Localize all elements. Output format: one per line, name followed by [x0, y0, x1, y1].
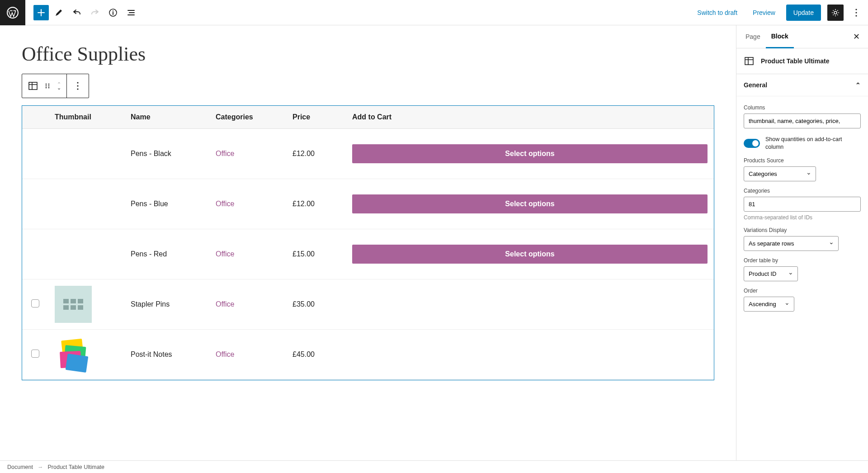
page-title[interactable]: Office Supplies [22, 43, 714, 66]
panel-general-toggle[interactable]: General ⌃ [736, 74, 868, 96]
columns-label: Columns [744, 104, 861, 111]
close-sidebar-button[interactable]: ✕ [849, 32, 864, 42]
categories-label: Categories [744, 188, 861, 194]
product-price: £15.00 [286, 229, 346, 279]
undo-button[interactable] [69, 5, 85, 21]
product-thumbnail[interactable] [55, 236, 92, 273]
product-category-link[interactable]: Office [216, 350, 235, 358]
table-row: Pens - BlueOffice£12.00Select options [22, 179, 714, 229]
block-mover: ⌃ ⌄ [54, 82, 64, 90]
svg-point-9 [46, 85, 47, 87]
product-table-block[interactable]: Thumbnail Name Categories Price Add to C… [22, 105, 714, 380]
update-button[interactable]: Update [786, 5, 821, 21]
col-categories: Categories [209, 106, 286, 129]
wordpress-icon [7, 7, 19, 19]
col-price: Price [286, 106, 346, 129]
orderby-select[interactable]: Product ID [744, 266, 798, 281]
product-name[interactable]: Post-it Notes [124, 330, 209, 380]
svg-point-3 [855, 9, 857, 10]
edit-tool-button[interactable] [51, 5, 67, 21]
switch-to-draft-button[interactable]: Switch to draft [693, 5, 742, 20]
product-thumbnail[interactable] [55, 286, 92, 323]
order-select[interactable]: Ascending [744, 297, 794, 312]
table-row: Stapler PinsOffice£35.00 [22, 279, 714, 330]
tab-page[interactable]: Page [740, 26, 766, 47]
drag-handle[interactable] [42, 77, 53, 95]
undo-icon [72, 8, 81, 17]
svg-point-11 [46, 87, 47, 89]
quantities-toggle[interactable] [744, 139, 760, 148]
plus-icon [37, 8, 46, 17]
breadcrumb-current[interactable]: Product Table Ultimate [47, 464, 104, 470]
sidebar-tabs: Page Block ✕ [736, 25, 868, 48]
block-type-button[interactable] [25, 77, 41, 95]
source-label: Products Source [744, 157, 861, 164]
svg-rect-16 [745, 57, 753, 65]
table-icon [28, 81, 38, 91]
close-icon: ✕ [853, 32, 860, 41]
svg-point-13 [77, 82, 78, 83]
preview-button[interactable]: Preview [748, 5, 780, 20]
product-price: £12.00 [286, 129, 346, 179]
table-row: Pens - BlackOffice£12.00Select options [22, 129, 714, 179]
outline-button[interactable] [123, 5, 139, 21]
product-thumbnail[interactable] [55, 336, 92, 373]
product-thumbnail[interactable] [55, 185, 92, 222]
add-block-button[interactable] [33, 5, 49, 20]
tab-block[interactable]: Block [766, 25, 794, 48]
product-thumbnail[interactable] [55, 135, 92, 172]
redo-icon [90, 8, 99, 17]
product-price: £12.00 [286, 179, 346, 229]
info-button[interactable] [105, 5, 121, 21]
move-down-button[interactable]: ⌄ [54, 86, 64, 90]
categories-input[interactable] [744, 197, 861, 212]
col-thumbnail: Thumbnail [48, 106, 124, 129]
row-checkbox[interactable] [31, 350, 39, 358]
product-category-link[interactable]: Office [216, 300, 235, 308]
info-icon [108, 8, 118, 17]
outline-icon [127, 8, 136, 17]
select-options-button[interactable]: Select options [352, 245, 708, 264]
breadcrumb-root[interactable]: Document [7, 464, 33, 470]
product-price: £35.00 [286, 279, 346, 330]
svg-point-8 [48, 84, 50, 85]
settings-toggle-button[interactable] [827, 5, 844, 21]
product-category-link[interactable]: Office [216, 200, 235, 208]
product-category-link[interactable]: Office [216, 250, 235, 258]
drag-icon [44, 83, 51, 89]
block-more-button[interactable] [70, 77, 86, 95]
wordpress-logo-button[interactable] [0, 0, 25, 25]
table-row: Post-it NotesOffice£45.00 [22, 330, 714, 380]
variations-label: Variations Display [744, 227, 861, 233]
product-category-link[interactable]: Office [216, 150, 235, 157]
toolbar-right: Switch to draft Preview Update [693, 5, 868, 21]
source-select[interactable]: Categories [744, 166, 816, 181]
col-name: Name [124, 106, 209, 129]
more-options-button[interactable] [850, 5, 863, 21]
quantities-toggle-label: Show quantities on add-to-cart column [765, 136, 861, 151]
svg-point-12 [48, 87, 50, 89]
product-name[interactable]: Pens - Black [124, 129, 209, 179]
redo-button[interactable] [87, 5, 103, 21]
product-name[interactable]: Pens - Blue [124, 179, 209, 229]
product-name[interactable]: Pens - Red [124, 229, 209, 279]
settings-sidebar: Page Block ✕ Product Table Ultimate Gene… [736, 25, 868, 460]
svg-point-5 [855, 15, 857, 16]
svg-point-7 [46, 84, 47, 85]
svg-point-14 [77, 85, 78, 86]
kebab-icon [855, 9, 857, 17]
categories-help: Comma-separated list of IDs [744, 214, 861, 221]
columns-input[interactable] [744, 114, 861, 128]
block-name-label: Product Table Ultimate [761, 57, 829, 65]
select-options-button[interactable]: Select options [352, 194, 708, 213]
kebab-icon [77, 82, 79, 90]
select-options-button[interactable]: Select options [352, 144, 708, 163]
product-name[interactable]: Stapler Pins [124, 279, 209, 330]
gear-icon [831, 8, 840, 17]
quantities-toggle-row: Show quantities on add-to-cart column [744, 136, 861, 151]
table-header-row: Thumbnail Name Categories Price Add to C… [22, 106, 714, 129]
row-checkbox[interactable] [31, 299, 39, 307]
editor-layout: Office Supplies ⌃ ⌄ [0, 25, 868, 460]
editor-top-bar: Switch to draft Preview Update [0, 0, 868, 25]
variations-select[interactable]: As separate rows [744, 236, 839, 251]
